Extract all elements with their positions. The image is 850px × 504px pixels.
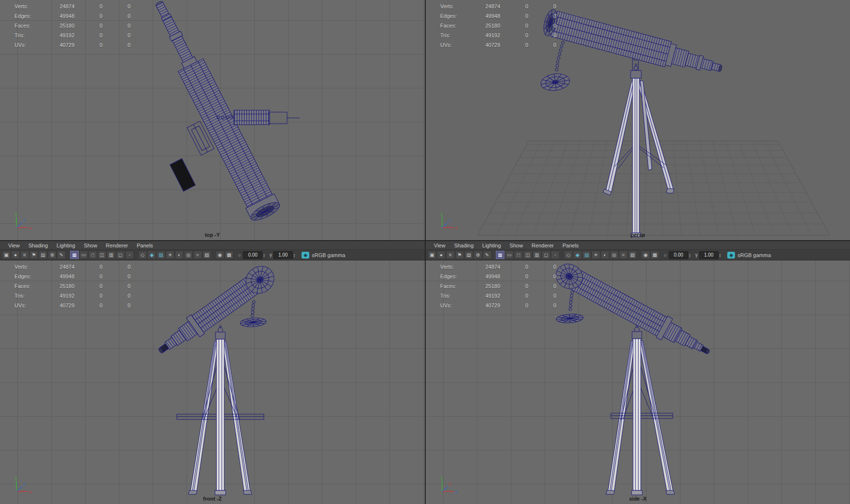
viewport-top[interactable]: Verts: 24874 0 0 Edges: 49948 0 0 Faces:…	[0, 0, 425, 240]
gate-mask-icon[interactable]: ◫	[523, 251, 532, 259]
gamma-icon[interactable]: γ	[270, 252, 272, 258]
menu-item[interactable]: Shading	[450, 242, 478, 249]
ambient-occlusion-icon[interactable]: ◎	[184, 251, 193, 259]
isolate-select-icon[interactable]: ◉	[641, 251, 650, 259]
2d-pan-zoom-icon[interactable]: ⊕	[48, 251, 57, 259]
exposure-field[interactable]: 0.00	[669, 251, 688, 259]
resolution-gate-icon[interactable]: □	[514, 251, 523, 259]
viewport-persp[interactable]: Verts: 24874 0 0 Edges: 49948 0 0 Faces:…	[426, 0, 850, 240]
gamma-icon[interactable]: γ	[695, 252, 698, 258]
hud-stat-value: 49192	[43, 293, 74, 299]
axis-gizmo[interactable]: y x z	[11, 211, 33, 233]
spinner-down-icon[interactable]: ▾	[689, 255, 691, 257]
anti-alias-icon[interactable]: ▧	[202, 251, 211, 259]
toolbar-separator[interactable]	[134, 251, 138, 259]
textured-icon[interactable]: ▨	[157, 251, 165, 259]
field-chart-icon[interactable]: ▥	[533, 251, 541, 259]
wireframe-icon[interactable]: ◇	[138, 251, 147, 259]
anti-alias-icon[interactable]: ▧	[628, 251, 637, 259]
menu-item[interactable]: Panels	[558, 242, 583, 249]
exposure-spinner[interactable]: ▴ ▾	[263, 253, 265, 257]
image-plane-icon[interactable]: ▤	[464, 251, 473, 259]
spinner-down-icon[interactable]: ▾	[294, 255, 295, 257]
color-management-icon[interactable]: ◉	[302, 252, 309, 259]
hud-stat-value: 49948	[43, 274, 74, 279]
ambient-occlusion-icon[interactable]: ◎	[610, 251, 619, 259]
grid-icon[interactable]: ▦	[496, 251, 504, 259]
exposure-spinner[interactable]: ▴ ▾	[689, 253, 691, 257]
menu-item[interactable]: Lighting	[478, 242, 505, 249]
spinner-down-icon[interactable]: ▾	[720, 255, 721, 257]
bookmark-icon[interactable]: ⚑	[455, 251, 464, 259]
lock-camera-icon[interactable]: ●	[11, 251, 20, 259]
use-all-lights-icon[interactable]: ☀	[166, 251, 174, 259]
grid-icon[interactable]: ▦	[70, 251, 79, 259]
camera-attributes-icon[interactable]: ≡	[20, 251, 29, 259]
viewport-front[interactable]: Verts: 24874 0 0 Edges: 49948 0 0 Faces:	[0, 260, 425, 504]
toolbar-separator[interactable]	[212, 251, 215, 259]
film-gate-icon[interactable]: ▭	[79, 251, 88, 259]
svg-text:x: x	[29, 490, 32, 494]
toolbar-separator[interactable]	[637, 251, 641, 259]
use-all-lights-icon[interactable]: ☀	[591, 251, 600, 259]
shadows-icon[interactable]: ◐	[601, 251, 609, 259]
axis-gizmo[interactable]: y x z	[11, 475, 33, 497]
exposure-icon[interactable]: ☼	[663, 252, 667, 258]
lock-camera-icon[interactable]: ●	[437, 251, 446, 259]
hud-stat-value: 49948	[43, 13, 74, 19]
safe-title-icon[interactable]: ▫	[551, 251, 560, 259]
toolbar-separator[interactable]	[560, 251, 563, 259]
film-gate-icon[interactable]: ▭	[505, 251, 514, 259]
menu-item[interactable]: Lighting	[52, 242, 80, 249]
select-camera-icon[interactable]: ▣	[428, 251, 436, 259]
shadows-icon[interactable]: ◐	[175, 251, 184, 259]
color-management-icon[interactable]: ◉	[727, 252, 735, 259]
x-ray-icon[interactable]: ▩	[650, 251, 659, 259]
menu-item[interactable]: Renderer	[101, 242, 132, 249]
resolution-gate-icon[interactable]: □	[88, 251, 97, 259]
exposure-field[interactable]: 0.00	[243, 251, 262, 259]
image-plane-icon[interactable]: ▤	[39, 251, 47, 259]
color-management-label[interactable]: sRGB gamma	[312, 252, 345, 258]
safe-action-icon[interactable]: ◻	[116, 251, 125, 259]
motion-blur-icon[interactable]: ≈	[619, 251, 628, 259]
toolbar-separator[interactable]	[66, 251, 70, 259]
shaded-icon[interactable]: ◆	[147, 251, 156, 259]
safe-title-icon[interactable]: ▫	[125, 251, 134, 259]
menu-item[interactable]: View	[430, 242, 450, 249]
gamma-spinner[interactable]: ▴ ▾	[720, 253, 721, 257]
svg-text:y: y	[441, 475, 443, 480]
wireframe-icon[interactable]: ◇	[564, 251, 573, 259]
gamma-field[interactable]: 1.00	[699, 251, 719, 259]
shaded-icon[interactable]: ◆	[573, 251, 582, 259]
textured-icon[interactable]: ▨	[582, 251, 591, 259]
x-ray-icon[interactable]: ▩	[225, 251, 233, 259]
isolate-select-icon[interactable]: ◉	[216, 251, 224, 259]
camera-attributes-icon[interactable]: ≡	[446, 251, 455, 259]
grease-pencil-icon[interactable]: ✎	[483, 251, 491, 259]
color-management-label[interactable]: sRGB gamma	[737, 252, 771, 258]
hud-stat-value: 0	[102, 283, 130, 289]
menu-item[interactable]: Panels	[132, 242, 158, 249]
menu-item[interactable]: Show	[505, 242, 528, 249]
exposure-icon[interactable]: ☼	[237, 252, 242, 258]
axis-gizmo[interactable]: y z x	[436, 475, 459, 497]
grease-pencil-icon[interactable]: ✎	[57, 251, 66, 259]
motion-blur-icon[interactable]: ≈	[193, 251, 202, 259]
spinner-down-icon[interactable]: ▾	[263, 255, 265, 257]
field-chart-icon[interactable]: ▥	[107, 251, 115, 259]
menu-item[interactable]: View	[4, 242, 24, 249]
gate-mask-icon[interactable]: ◫	[98, 251, 106, 259]
safe-action-icon[interactable]: ◻	[542, 251, 550, 259]
viewport-side[interactable]: Verts: 24874 0 0 Edges: 49948 0 0 Faces:	[426, 260, 850, 504]
toolbar-separator[interactable]	[492, 251, 495, 259]
bookmark-icon[interactable]: ⚑	[29, 251, 38, 259]
menu-item[interactable]: Renderer	[527, 242, 558, 249]
axis-gizmo[interactable]: y x z	[436, 211, 459, 233]
menu-item[interactable]: Show	[80, 242, 102, 249]
gamma-spinner[interactable]: ▴ ▾	[294, 253, 295, 257]
select-camera-icon[interactable]: ▣	[2, 251, 11, 259]
2d-pan-zoom-icon[interactable]: ⊕	[474, 251, 482, 259]
gamma-field[interactable]: 1.00	[274, 251, 293, 259]
menu-item[interactable]: Shading	[24, 242, 52, 249]
